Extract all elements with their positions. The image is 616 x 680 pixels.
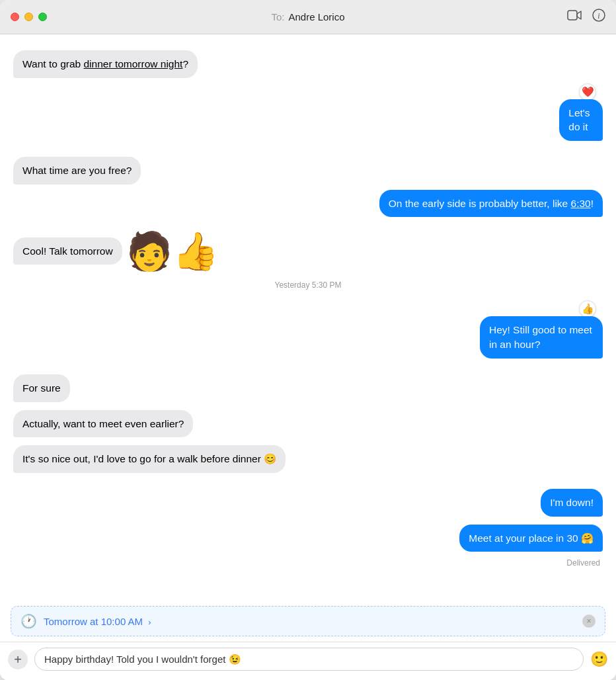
messages-area[interactable]: Want to grab dinner tomorrow night? ❤️ L… xyxy=(0,34,616,601)
spacer xyxy=(13,478,603,485)
memoji-sticker: 🧑‍👍 xyxy=(126,233,219,270)
message-bubble: Cool! Talk tomorrow xyxy=(13,237,122,265)
thumbsup-reaction: 👍 xyxy=(579,300,596,318)
svg-rect-0 xyxy=(568,11,577,20)
message-bubble: Hey! Still good to meet in an hour? xyxy=(480,316,603,358)
message-input[interactable] xyxy=(34,648,584,671)
minimize-button[interactable] xyxy=(24,13,33,21)
message-row: For sure xyxy=(13,374,603,402)
timestamp-divider: Yesterday 5:30 PM xyxy=(13,280,603,290)
emoji-picker-button[interactable]: 🙂 xyxy=(590,651,608,668)
reaction-container: 👍 xyxy=(579,300,603,318)
message-bubble: What time are you free? xyxy=(13,157,141,185)
scheduled-time-text[interactable]: Tomorrow at 10:00 AM › xyxy=(44,616,576,627)
bubble-sticker-group: Cool! Talk tomorrow 🧑‍👍 xyxy=(13,233,219,265)
spacer xyxy=(13,364,603,370)
traffic-lights xyxy=(11,13,47,21)
maximize-button[interactable] xyxy=(38,13,47,21)
video-call-icon[interactable] xyxy=(567,10,582,24)
delivered-label: Delivered xyxy=(13,558,603,568)
message-bubble: Want to grab dinner tomorrow night? xyxy=(13,50,198,78)
message-bubble: Meet at your place in 30 🤗 xyxy=(459,525,603,552)
message-bubble: On the early side is probably better, li… xyxy=(379,190,603,218)
schedule-time-label: Tomorrow at 10:00 AM xyxy=(44,616,143,627)
message-row: Hey! Still good to meet in an hour? xyxy=(427,316,603,358)
message-group-sent: 👍 Hey! Still good to meet in an hour? xyxy=(13,300,603,359)
message-row: It's so nice out, I'd love to go for a w… xyxy=(13,445,603,473)
message-row: I'm down! xyxy=(13,489,603,517)
message-bubble: Let's do it xyxy=(559,99,603,141)
titlebar-actions: i xyxy=(567,9,605,25)
message-row: Actually, want to meet even earlier? xyxy=(13,410,603,438)
scheduled-banner[interactable]: 🕐 Tomorrow at 10:00 AM › × xyxy=(11,606,605,636)
message-group-sent: ❤️ Let's do it xyxy=(13,83,603,142)
spacer xyxy=(13,146,603,153)
svg-text:i: i xyxy=(597,11,599,21)
message-bubble: Actually, want to meet even earlier? xyxy=(13,410,193,438)
message-row: Meet at your place in 30 🤗 xyxy=(13,525,603,552)
dismiss-schedule-button[interactable]: × xyxy=(582,615,596,628)
heart-reaction: ❤️ xyxy=(579,83,596,101)
reaction-container: ❤️ xyxy=(579,83,603,101)
contact-name: Andre Lorico xyxy=(288,11,344,22)
spacer xyxy=(13,222,603,229)
message-bubble: I'm down! xyxy=(541,489,603,517)
message-bubble: It's so nice out, I'd love to go for a w… xyxy=(13,445,286,473)
message-row: Want to grab dinner tomorrow night? xyxy=(13,50,603,78)
titlebar: To: Andre Lorico i xyxy=(0,0,616,34)
plus-icon: + xyxy=(14,653,22,666)
schedule-chevron: › xyxy=(148,617,151,627)
schedule-clock-icon: 🕐 xyxy=(20,613,37,629)
messages-window: To: Andre Lorico i Want to grab dinn xyxy=(0,0,616,680)
to-label: To: xyxy=(271,11,284,22)
message-row: Cool! Talk tomorrow 🧑‍👍 xyxy=(13,233,603,265)
message-row: On the early side is probably better, li… xyxy=(13,190,603,218)
input-bar: + 🙂 xyxy=(0,642,616,680)
message-row: Let's do it xyxy=(541,99,603,141)
message-bubble: For sure xyxy=(13,374,70,402)
titlebar-center: To: Andre Lorico xyxy=(271,11,344,22)
message-row: What time are you free? xyxy=(13,157,603,185)
info-icon[interactable]: i xyxy=(592,9,605,25)
add-attachment-button[interactable]: + xyxy=(8,650,28,669)
close-button[interactable] xyxy=(11,13,19,21)
